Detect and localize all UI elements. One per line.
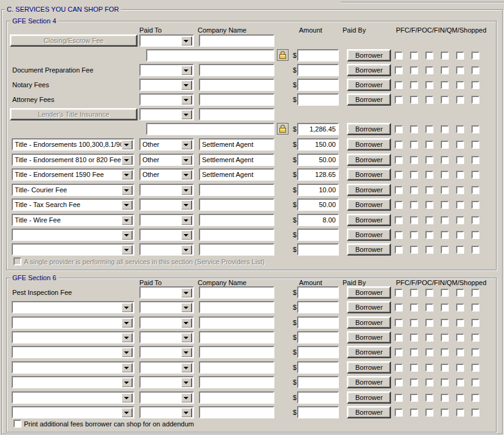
f-checkbox[interactable] bbox=[410, 156, 418, 164]
paid-to-combo[interactable] bbox=[139, 346, 194, 358]
company-name-input[interactable] bbox=[199, 243, 274, 256]
fin-checkbox[interactable] bbox=[441, 334, 449, 342]
shopped-checkbox[interactable] bbox=[471, 216, 479, 224]
shopped-checkbox[interactable] bbox=[471, 231, 479, 239]
paid-to-combo[interactable] bbox=[139, 64, 194, 76]
company-name-input[interactable] bbox=[199, 331, 274, 343]
pfc-checkbox[interactable] bbox=[395, 364, 403, 372]
company-name-input[interactable] bbox=[199, 376, 274, 388]
paid-to-combo[interactable] bbox=[139, 108, 194, 120]
company-name-input[interactable] bbox=[199, 361, 274, 374]
combo-arrow-icon[interactable] bbox=[181, 216, 192, 225]
combo-arrow-icon[interactable] bbox=[181, 36, 192, 46]
amount-input[interactable]: 1,286.45 bbox=[297, 123, 339, 135]
shopped-checkbox[interactable] bbox=[471, 378, 479, 386]
poc-checkbox[interactable] bbox=[425, 304, 433, 312]
poc-checkbox[interactable] bbox=[425, 81, 433, 89]
qm-checkbox[interactable] bbox=[456, 216, 464, 224]
paid-to-combo[interactable]: Other bbox=[139, 154, 194, 166]
poc-checkbox[interactable] bbox=[425, 66, 433, 74]
combo-arrow-icon[interactable] bbox=[122, 378, 133, 388]
amount-input[interactable] bbox=[297, 93, 339, 106]
fee-type-combo[interactable]: Title - Tax Search Fee bbox=[12, 198, 134, 211]
amount-input[interactable] bbox=[297, 229, 339, 241]
fee-type-combo[interactable] bbox=[12, 331, 134, 343]
fee-type-combo[interactable] bbox=[12, 406, 134, 418]
paid-to-combo[interactable] bbox=[139, 286, 194, 299]
f-checkbox[interactable] bbox=[410, 289, 418, 297]
shopped-checkbox[interactable] bbox=[471, 319, 479, 327]
shopped-checkbox[interactable] bbox=[471, 394, 479, 402]
combo-arrow-icon[interactable] bbox=[181, 140, 192, 150]
qm-checkbox[interactable] bbox=[456, 394, 464, 402]
shopped-checkbox[interactable] bbox=[471, 186, 479, 194]
fee-type-combo[interactable] bbox=[12, 316, 134, 329]
amount-input[interactable]: 50.00 bbox=[297, 198, 339, 211]
paid-to-combo[interactable] bbox=[139, 229, 194, 241]
pfc-checkbox[interactable] bbox=[395, 141, 403, 149]
pfc-checkbox[interactable] bbox=[395, 231, 403, 239]
combo-arrow-icon[interactable] bbox=[122, 230, 133, 240]
shopped-checkbox[interactable] bbox=[471, 348, 479, 356]
fin-checkbox[interactable] bbox=[441, 171, 449, 179]
f-checkbox[interactable] bbox=[410, 246, 418, 254]
f-checkbox[interactable] bbox=[410, 66, 418, 74]
company-name-input[interactable] bbox=[199, 214, 274, 226]
pfc-checkbox[interactable] bbox=[395, 348, 403, 356]
print-addendum-checkbox[interactable] bbox=[14, 420, 21, 428]
combo-arrow-icon[interactable] bbox=[181, 80, 192, 90]
fin-checkbox[interactable] bbox=[441, 186, 449, 194]
amount-input[interactable]: 8.00 bbox=[297, 214, 339, 226]
shopped-checkbox[interactable] bbox=[471, 409, 479, 417]
combo-arrow-icon[interactable] bbox=[122, 303, 133, 313]
paid-by-button[interactable]: Borrower bbox=[347, 79, 391, 91]
poc-checkbox[interactable] bbox=[425, 96, 433, 104]
amount-input[interactable] bbox=[297, 361, 339, 374]
combo-arrow-icon[interactable] bbox=[122, 140, 133, 150]
shopped-checkbox[interactable] bbox=[471, 171, 479, 179]
amount-input[interactable] bbox=[297, 316, 339, 329]
paid-by-button[interactable]: Borrower bbox=[347, 184, 391, 196]
f-checkbox[interactable] bbox=[410, 201, 418, 209]
amount-input[interactable] bbox=[297, 286, 339, 299]
paid-to-combo[interactable] bbox=[139, 391, 194, 404]
poc-checkbox[interactable] bbox=[425, 186, 433, 194]
amount-input[interactable]: 10.00 bbox=[297, 184, 339, 196]
shopped-checkbox[interactable] bbox=[471, 141, 479, 149]
qm-checkbox[interactable] bbox=[456, 66, 464, 74]
fin-checkbox[interactable] bbox=[441, 216, 449, 224]
qm-checkbox[interactable] bbox=[456, 364, 464, 372]
combo-arrow-icon[interactable] bbox=[122, 216, 133, 225]
fin-checkbox[interactable] bbox=[441, 201, 449, 209]
f-checkbox[interactable] bbox=[410, 125, 418, 133]
paid-by-button[interactable]: Borrower bbox=[347, 214, 391, 226]
pfc-checkbox[interactable] bbox=[395, 96, 403, 104]
qm-checkbox[interactable] bbox=[456, 348, 464, 356]
fee-type-combo[interactable] bbox=[12, 391, 134, 404]
company-name-input[interactable] bbox=[199, 79, 274, 91]
f-checkbox[interactable] bbox=[410, 304, 418, 312]
pfc-checkbox[interactable] bbox=[395, 246, 403, 254]
shopped-checkbox[interactable] bbox=[471, 81, 479, 89]
company-name-input[interactable] bbox=[199, 301, 274, 313]
qm-checkbox[interactable] bbox=[456, 289, 464, 297]
amount-input[interactable] bbox=[297, 79, 339, 91]
shopped-checkbox[interactable] bbox=[471, 66, 479, 74]
fin-checkbox[interactable] bbox=[441, 348, 449, 356]
poc-checkbox[interactable] bbox=[425, 319, 433, 327]
poc-checkbox[interactable] bbox=[425, 409, 433, 417]
fee-description-input[interactable] bbox=[146, 123, 274, 135]
qm-checkbox[interactable] bbox=[456, 156, 464, 164]
paid-to-combo[interactable]: Other bbox=[139, 138, 194, 151]
amount-input[interactable] bbox=[297, 49, 339, 61]
qm-checkbox[interactable] bbox=[456, 52, 464, 60]
combo-arrow-icon[interactable] bbox=[122, 245, 133, 255]
pfc-checkbox[interactable] bbox=[395, 125, 403, 133]
amount-input[interactable] bbox=[297, 301, 339, 313]
company-name-input[interactable] bbox=[199, 93, 274, 106]
poc-checkbox[interactable] bbox=[425, 156, 433, 164]
paid-by-button[interactable]: Borrower bbox=[347, 243, 391, 256]
combo-arrow-icon[interactable] bbox=[122, 186, 133, 195]
combo-arrow-icon[interactable] bbox=[181, 186, 192, 195]
fin-checkbox[interactable] bbox=[441, 378, 449, 386]
